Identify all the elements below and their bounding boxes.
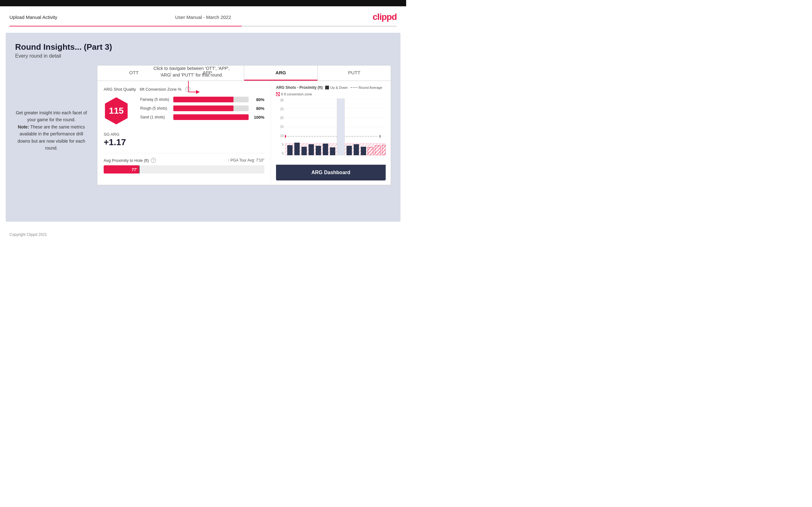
page-title: Round Insights... (Part 3) xyxy=(15,42,391,52)
bar-label-sand: Sand (1 shots) xyxy=(140,115,170,119)
card-body: ARG Shot Quality 6ft Conversion Zone % ?… xyxy=(97,81,391,185)
svg-rect-20 xyxy=(308,144,314,155)
copyright: Copyright Clippd 2021 xyxy=(9,232,47,237)
annotation-label: Click to navigate between 'OTT', 'APP', … xyxy=(153,66,230,77)
svg-rect-19 xyxy=(302,147,307,155)
svg-rect-18 xyxy=(294,143,300,155)
header-divider xyxy=(9,26,397,26)
footer: Copyright Clippd 2021 xyxy=(0,228,406,241)
proximity-header: Avg Proximity to Hole (ft) ? ↑ PGA Tour … xyxy=(104,158,264,163)
hex-number: 115 xyxy=(109,106,124,116)
y-label-30: 30 xyxy=(280,99,284,102)
y-label-5: 5 xyxy=(282,143,284,147)
bar-fill-rough xyxy=(173,106,234,111)
upload-label[interactable]: Upload Manual Activity xyxy=(9,14,57,20)
proximity-label-text: Avg Proximity to Hole (ft) xyxy=(104,158,149,163)
legend-hatch-icon xyxy=(276,92,280,96)
content-row: Get greater insight into each facet of y… xyxy=(15,65,391,185)
annotation-text: Click to navigate between 'OTT', 'APP', … xyxy=(147,65,236,78)
tab-putt[interactable]: PUTT xyxy=(318,65,391,80)
right-panel: ARG Shots - Proximity (ft) Up & Down Rou… xyxy=(271,81,391,185)
svg-rect-24 xyxy=(337,99,345,155)
proximity-pga: ↑ PGA Tour Avg: 7'10" xyxy=(227,158,264,163)
y-label-15: 15 xyxy=(280,125,284,128)
proximity-label: Avg Proximity to Hole (ft) ? xyxy=(104,158,156,163)
bar-row-rough: Rough (5 shots) 80% xyxy=(140,106,264,111)
bar-track-sand xyxy=(173,114,249,120)
nav-annotation: Click to navigate between 'OTT', 'APP', … xyxy=(147,65,236,100)
y-label-20: 20 xyxy=(280,116,284,120)
proximity-section: Avg Proximity to Hole (ft) ? ↑ PGA Tour … xyxy=(104,153,264,173)
tabs: OTT APP ARG PUTT xyxy=(97,65,391,81)
proximity-bar-fill: 77' xyxy=(104,165,139,173)
chart-svg: 8 xyxy=(285,99,386,155)
svg-rect-26 xyxy=(354,144,359,155)
legend-up-down: Up & Down xyxy=(325,86,348,90)
y-label-25: 25 xyxy=(280,107,284,111)
arrow-container xyxy=(147,81,236,100)
chart-title: ARG Shots - Proximity (ft) xyxy=(276,86,323,90)
svg-point-15 xyxy=(285,135,287,138)
svg-rect-22 xyxy=(323,144,328,155)
chart-area: 30 25 20 15 10 5 0 xyxy=(276,99,386,162)
main-content: Round Insights... (Part 3) Every round i… xyxy=(6,33,401,222)
header: Upload Manual Activity User Manual - Mar… xyxy=(0,6,406,26)
svg-rect-17 xyxy=(287,145,293,155)
desc-note: Note: xyxy=(18,124,29,129)
proximity-bar-track: 77' xyxy=(104,165,264,173)
sg-value: +1.17 xyxy=(104,137,264,148)
desc-body: Get greater insight into each facet of y… xyxy=(16,110,87,122)
tab-arg[interactable]: ARG xyxy=(244,65,318,80)
svg-rect-27 xyxy=(361,147,366,155)
svg-rect-30 xyxy=(382,145,386,155)
page-subtitle: Every round in detail xyxy=(15,53,391,59)
shot-quality-label: ARG Shot Quality xyxy=(104,87,136,92)
bars-section: Fairway (5 shots) 80% Rough (5 shots) xyxy=(140,97,264,123)
legend-round-avg: Round Average xyxy=(350,86,383,90)
svg-text:8: 8 xyxy=(379,134,381,138)
bar-row-sand: Sand (1 shots) 100% xyxy=(140,114,264,120)
bar-fill-sand xyxy=(173,114,249,120)
bar-percent-rough: 80% xyxy=(252,106,264,111)
legend-round-avg-label: Round Average xyxy=(359,86,383,90)
hex-badge: 115 xyxy=(104,97,129,125)
legend-box-icon xyxy=(325,86,329,90)
cursor-line xyxy=(139,165,140,173)
left-description: Get greater insight into each facet of y… xyxy=(15,65,88,152)
arrow-svg xyxy=(182,81,201,100)
chart-header: ARG Shots - Proximity (ft) Up & Down Rou… xyxy=(276,86,386,96)
header-subtitle: User Manual - March 2022 xyxy=(175,14,231,20)
legend-up-down-label: Up & Down xyxy=(330,86,348,90)
svg-marker-2 xyxy=(196,90,200,94)
top-bar xyxy=(0,0,406,6)
arg-dashboard-button[interactable]: ARG Dashboard xyxy=(276,165,386,180)
proximity-value: 77' xyxy=(132,167,137,172)
chart-inner: 8 xyxy=(285,99,386,155)
legend-6ft-label: 6 ft conversion zone xyxy=(281,92,312,96)
svg-rect-28 xyxy=(368,148,373,155)
desc-text: Get greater insight into each facet of y… xyxy=(15,109,88,152)
svg-rect-21 xyxy=(316,146,321,155)
svg-rect-29 xyxy=(375,146,380,155)
bar-label-rough: Rough (5 shots) xyxy=(140,106,170,111)
bar-percent-fairway: 80% xyxy=(252,97,264,102)
hex-bars-row: 115 Fairway (5 shots) 80% xyxy=(104,97,264,128)
svg-rect-25 xyxy=(347,146,352,155)
proximity-help-icon[interactable]: ? xyxy=(151,158,156,163)
sg-section: SG ARG +1.17 xyxy=(104,132,264,148)
bar-track-rough xyxy=(173,106,249,111)
sg-label: SG ARG xyxy=(104,132,264,137)
legend-dash-icon xyxy=(350,87,357,88)
legend-6ft: 6 ft conversion zone xyxy=(276,92,312,96)
bar-percent-sand: 100% xyxy=(252,115,264,120)
y-axis: 30 25 20 15 10 5 0 xyxy=(276,99,285,155)
logo: clippd xyxy=(373,12,397,22)
svg-rect-23 xyxy=(330,148,335,155)
main-card: OTT APP ARG PUTT ARG Shot Quality 6ft Co… xyxy=(97,65,391,185)
y-label-10: 10 xyxy=(280,134,284,137)
y-label-0: 0 xyxy=(282,152,284,155)
